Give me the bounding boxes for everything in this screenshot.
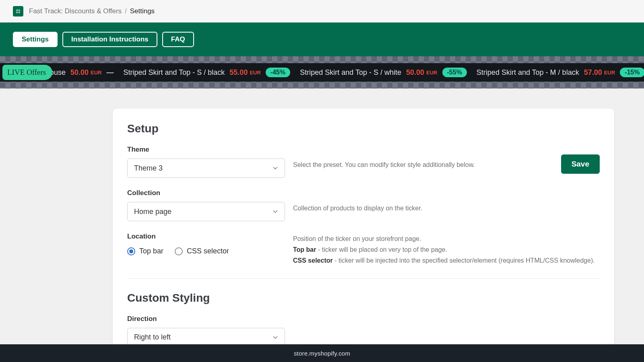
ticker-item-price: 50.00 (70, 68, 89, 77)
direction-select-value: Right to left (134, 333, 171, 341)
radio-css-selector[interactable]: CSS selector (175, 247, 229, 255)
ticker-item-name: Striped Skirt and Top - M / black (477, 68, 579, 77)
theme-select-value: Theme 3 (134, 164, 163, 173)
breadcrumb-page: Settings (130, 7, 155, 15)
radio-dot-icon (127, 247, 135, 255)
field-location: Location Top bar CSS selector (127, 232, 285, 255)
label-location: Location (127, 232, 285, 241)
ticker-item-currency: EUR (426, 70, 437, 76)
ticker-item-price: 57.00 (584, 68, 602, 77)
label-theme: Theme (127, 146, 285, 154)
radio-top-bar[interactable]: Top bar (127, 247, 163, 255)
field-collection: Collection Home page (127, 189, 285, 221)
ticker-items: Blouse 50.00 EUR — Striped Skirt and Top… (0, 63, 644, 82)
ticker-item-price: 55.00 (229, 68, 248, 77)
ticker-item-name: Striped Skirt and Top - S / black (124, 68, 225, 77)
help-location: Position of the ticker on your storefron… (293, 232, 600, 266)
help-location-topbar-text: - ticker will be placed on very top of t… (316, 246, 447, 253)
footer-store-url: store.myshopify.com (294, 350, 350, 357)
breadcrumb-app[interactable]: Fast Track: Discounts & Offers (29, 7, 122, 15)
save-button[interactable]: Save (561, 154, 600, 174)
chevron-down-icon (272, 334, 279, 341)
label-direction: Direction (127, 315, 285, 323)
page-content: Setup Theme Theme 3 Select the preset. Y… (0, 88, 644, 362)
radio-dot-icon (175, 247, 183, 255)
help-location-css-text: - ticker will be injected into the speci… (333, 257, 595, 264)
ticker-item: Striped Skirt and Top - S / black 55.00 … (124, 68, 291, 77)
help-location-intro: Position of the ticker on your storefron… (293, 233, 600, 244)
ticker-item-discount: -55% (442, 68, 467, 77)
ticker-item-name: Striped Skirt and Top - S / white (300, 68, 401, 77)
breadcrumb-separator: / (125, 8, 126, 15)
help-theme: Select the preset. You can modify ticker… (293, 146, 551, 170)
label-collection: Collection (127, 189, 285, 197)
radio-top-bar-label: Top bar (139, 247, 163, 255)
theme-select[interactable]: Theme 3 (127, 158, 285, 178)
chevron-down-icon (272, 165, 279, 172)
settings-card: Setup Theme Theme 3 Select the preset. Y… (113, 109, 614, 362)
live-offers-badge: LIVE Offers (2, 65, 52, 80)
help-collection: Collection of products to display on the… (293, 189, 600, 213)
collection-select[interactable]: Home page (127, 202, 285, 221)
row-direction: Direction Right to left (127, 315, 600, 347)
row-collection: Collection Home page Collection of produ… (127, 189, 600, 221)
app-icon (13, 6, 23, 16)
section-title-setup: Setup (127, 122, 600, 135)
ticker-item-dash: — (107, 68, 114, 77)
collection-select-value: Home page (134, 208, 171, 216)
field-theme: Theme Theme 3 (127, 146, 285, 178)
tab-settings[interactable]: Settings (13, 32, 58, 47)
tab-installation-instructions[interactable]: Installation Instructions (62, 32, 157, 47)
ticker-item-discount: -15% (620, 68, 644, 77)
row-theme: Theme Theme 3 Select the preset. You can… (127, 146, 600, 178)
ticker-item-price: 50.00 (406, 68, 424, 77)
ticker-item-currency: EUR (250, 70, 260, 76)
navbar: Settings Installation Instructions FAQ (0, 23, 644, 56)
ticker-preview: LIVE Offers Blouse 50.00 EUR — Striped S… (0, 56, 644, 88)
ticker-item-currency: EUR (604, 70, 615, 76)
radio-css-selector-label: CSS selector (187, 247, 229, 255)
ticker-item-currency: EUR (91, 70, 101, 76)
ticker-item: Striped Skirt and Top - M / black 57.00 … (477, 68, 644, 77)
topbar: Fast Track: Discounts & Offers / Setting… (0, 0, 644, 23)
row-location: Location Top bar CSS selector Position o… (127, 232, 600, 266)
ticker-item-discount: -45% (266, 68, 290, 77)
chevron-down-icon (272, 208, 279, 215)
footer-bar: store.myshopify.com (0, 344, 644, 362)
field-direction: Direction Right to left (127, 315, 285, 347)
ticker-item: Blouse 50.00 EUR — (43, 68, 114, 77)
help-location-css-label: CSS selector (293, 257, 333, 264)
tab-faq[interactable]: FAQ (162, 32, 194, 47)
section-title-custom-styling: Custom Styling (127, 292, 600, 304)
section-divider (127, 278, 600, 279)
help-location-topbar-label: Top bar (293, 246, 316, 253)
ticker-item: Striped Skirt and Top - S / white 50.00 … (300, 68, 467, 77)
